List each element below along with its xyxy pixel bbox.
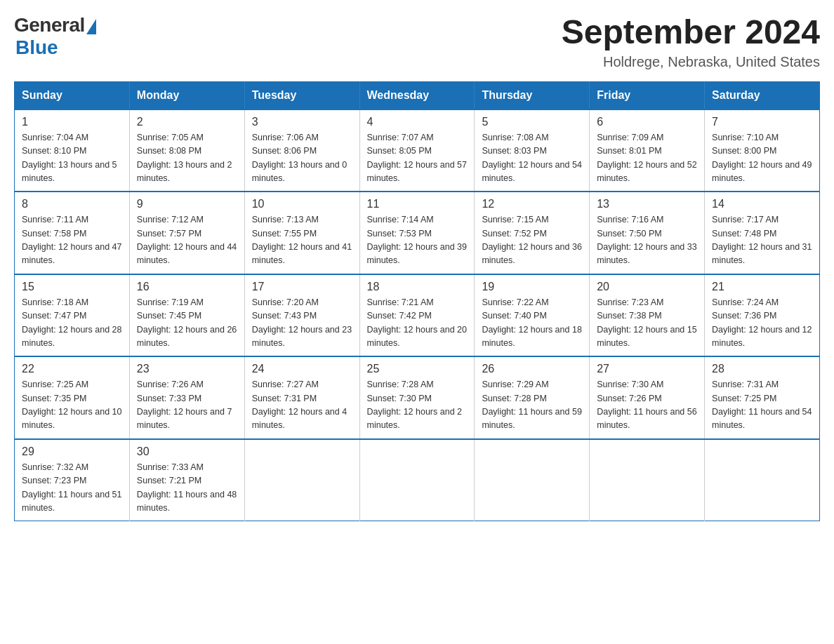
calendar-day-cell: [475, 439, 590, 521]
calendar-day-cell: 11 Sunrise: 7:14 AMSunset: 7:53 PMDaylig…: [359, 192, 475, 274]
calendar-day-cell: 22 Sunrise: 7:25 AMSunset: 7:35 PMDaylig…: [15, 356, 130, 439]
calendar-day-cell: 14 Sunrise: 7:17 AMSunset: 7:48 PMDaylig…: [705, 192, 820, 274]
day-number: 6: [597, 116, 697, 128]
day-number: 27: [597, 363, 697, 375]
title-section: September 2024 Holdrege, Nebraska, Unite…: [562, 14, 820, 70]
day-number: 4: [367, 116, 468, 128]
calendar-day-cell: 23 Sunrise: 7:26 AMSunset: 7:33 PMDaylig…: [129, 356, 244, 439]
day-info: Sunrise: 7:33 AMSunset: 7:21 PMDaylight:…: [137, 461, 237, 516]
calendar-week-row: 8 Sunrise: 7:11 AMSunset: 7:58 PMDayligh…: [15, 192, 820, 274]
day-info: Sunrise: 7:18 AMSunset: 7:47 PMDaylight:…: [22, 296, 122, 351]
calendar-day-cell: 30 Sunrise: 7:33 AMSunset: 7:21 PMDaylig…: [129, 439, 244, 521]
day-number: 25: [367, 363, 468, 375]
calendar-header-monday: Monday: [129, 81, 244, 109]
day-info: Sunrise: 7:12 AMSunset: 7:57 PMDaylight:…: [137, 213, 237, 268]
calendar-day-cell: 19 Sunrise: 7:22 AMSunset: 7:40 PMDaylig…: [475, 274, 590, 357]
calendar-day-cell: 26 Sunrise: 7:29 AMSunset: 7:28 PMDaylig…: [475, 356, 590, 439]
calendar-day-cell: 27 Sunrise: 7:30 AMSunset: 7:26 PMDaylig…: [590, 356, 705, 439]
day-number: 2: [137, 116, 237, 128]
day-info: Sunrise: 7:17 AMSunset: 7:48 PMDaylight:…: [712, 213, 812, 268]
calendar-day-cell: 21 Sunrise: 7:24 AMSunset: 7:36 PMDaylig…: [705, 274, 820, 357]
day-number: 5: [482, 116, 582, 128]
day-number: 17: [252, 281, 352, 293]
calendar-day-cell: 3 Sunrise: 7:06 AMSunset: 8:06 PMDayligh…: [244, 109, 359, 192]
calendar-day-cell: 28 Sunrise: 7:31 AMSunset: 7:25 PMDaylig…: [705, 356, 820, 439]
day-info: Sunrise: 7:15 AMSunset: 7:52 PMDaylight:…: [482, 213, 582, 268]
day-info: Sunrise: 7:19 AMSunset: 7:45 PMDaylight:…: [137, 296, 237, 351]
logo: General Blue: [14, 14, 96, 59]
logo-blue-text: Blue: [15, 36, 58, 59]
day-number: 16: [137, 281, 237, 293]
calendar-day-cell: 18 Sunrise: 7:21 AMSunset: 7:42 PMDaylig…: [359, 274, 475, 357]
day-number: 29: [22, 445, 122, 458]
day-number: 13: [597, 198, 697, 210]
calendar-week-row: 22 Sunrise: 7:25 AMSunset: 7:35 PMDaylig…: [15, 356, 820, 439]
day-info: Sunrise: 7:23 AMSunset: 7:38 PMDaylight:…: [597, 296, 697, 351]
calendar-day-cell: 1 Sunrise: 7:04 AMSunset: 8:10 PMDayligh…: [15, 109, 130, 192]
day-info: Sunrise: 7:27 AMSunset: 7:31 PMDaylight:…: [252, 378, 352, 433]
calendar-table: SundayMondayTuesdayWednesdayThursdayFrid…: [14, 81, 820, 522]
logo-general-text: General: [14, 14, 85, 36]
calendar-day-cell: 7 Sunrise: 7:10 AMSunset: 8:00 PMDayligh…: [705, 109, 820, 192]
day-info: Sunrise: 7:14 AMSunset: 7:53 PMDaylight:…: [367, 213, 468, 268]
day-info: Sunrise: 7:16 AMSunset: 7:50 PMDaylight:…: [597, 213, 697, 268]
day-number: 7: [712, 116, 812, 128]
day-number: 11: [367, 198, 468, 210]
day-number: 9: [137, 198, 237, 210]
day-number: 8: [22, 198, 122, 210]
calendar-day-cell: 24 Sunrise: 7:27 AMSunset: 7:31 PMDaylig…: [244, 356, 359, 439]
calendar-header-saturday: Saturday: [705, 81, 820, 109]
calendar-day-cell: [244, 439, 359, 521]
logo-triangle-icon: [86, 19, 96, 34]
day-number: 1: [22, 116, 122, 128]
calendar-week-row: 29 Sunrise: 7:32 AMSunset: 7:23 PMDaylig…: [15, 439, 820, 521]
calendar-day-cell: 15 Sunrise: 7:18 AMSunset: 7:47 PMDaylig…: [15, 274, 130, 357]
calendar-day-cell: 8 Sunrise: 7:11 AMSunset: 7:58 PMDayligh…: [15, 192, 130, 274]
day-number: 24: [252, 363, 352, 375]
day-info: Sunrise: 7:25 AMSunset: 7:35 PMDaylight:…: [22, 378, 122, 433]
calendar-week-row: 15 Sunrise: 7:18 AMSunset: 7:47 PMDaylig…: [15, 274, 820, 357]
day-info: Sunrise: 7:28 AMSunset: 7:30 PMDaylight:…: [367, 378, 468, 433]
day-number: 3: [252, 116, 352, 128]
calendar-day-cell: 5 Sunrise: 7:08 AMSunset: 8:03 PMDayligh…: [475, 109, 590, 192]
day-info: Sunrise: 7:30 AMSunset: 7:26 PMDaylight:…: [597, 378, 697, 433]
calendar-day-cell: 6 Sunrise: 7:09 AMSunset: 8:01 PMDayligh…: [590, 109, 705, 192]
day-info: Sunrise: 7:05 AMSunset: 8:08 PMDaylight:…: [137, 131, 237, 186]
day-info: Sunrise: 7:08 AMSunset: 8:03 PMDaylight:…: [482, 131, 582, 186]
day-info: Sunrise: 7:32 AMSunset: 7:23 PMDaylight:…: [22, 461, 122, 516]
day-number: 21: [712, 281, 812, 293]
calendar-day-cell: 17 Sunrise: 7:20 AMSunset: 7:43 PMDaylig…: [244, 274, 359, 357]
day-number: 23: [137, 363, 237, 375]
day-number: 26: [482, 363, 582, 375]
location-text: Holdrege, Nebraska, United States: [562, 54, 820, 70]
calendar-header-tuesday: Tuesday: [244, 81, 359, 109]
calendar-day-cell: 13 Sunrise: 7:16 AMSunset: 7:50 PMDaylig…: [590, 192, 705, 274]
calendar-day-cell: 9 Sunrise: 7:12 AMSunset: 7:57 PMDayligh…: [129, 192, 244, 274]
calendar-day-cell: 25 Sunrise: 7:28 AMSunset: 7:30 PMDaylig…: [359, 356, 475, 439]
day-info: Sunrise: 7:20 AMSunset: 7:43 PMDaylight:…: [252, 296, 352, 351]
calendar-day-cell: 2 Sunrise: 7:05 AMSunset: 8:08 PMDayligh…: [129, 109, 244, 192]
day-info: Sunrise: 7:09 AMSunset: 8:01 PMDaylight:…: [597, 131, 697, 186]
day-info: Sunrise: 7:26 AMSunset: 7:33 PMDaylight:…: [137, 378, 237, 433]
day-info: Sunrise: 7:29 AMSunset: 7:28 PMDaylight:…: [482, 378, 582, 433]
day-number: 10: [252, 198, 352, 210]
calendar-header-friday: Friday: [590, 81, 705, 109]
day-number: 28: [712, 363, 812, 375]
day-number: 30: [137, 445, 237, 458]
day-number: 19: [482, 281, 582, 293]
calendar-day-cell: 20 Sunrise: 7:23 AMSunset: 7:38 PMDaylig…: [590, 274, 705, 357]
day-number: 12: [482, 198, 582, 210]
day-info: Sunrise: 7:10 AMSunset: 8:00 PMDaylight:…: [712, 131, 812, 186]
day-info: Sunrise: 7:24 AMSunset: 7:36 PMDaylight:…: [712, 296, 812, 351]
calendar-day-cell: 16 Sunrise: 7:19 AMSunset: 7:45 PMDaylig…: [129, 274, 244, 357]
day-info: Sunrise: 7:13 AMSunset: 7:55 PMDaylight:…: [252, 213, 352, 268]
day-info: Sunrise: 7:06 AMSunset: 8:06 PMDaylight:…: [252, 131, 352, 186]
day-info: Sunrise: 7:22 AMSunset: 7:40 PMDaylight:…: [482, 296, 582, 351]
day-number: 15: [22, 281, 122, 293]
calendar-day-cell: [705, 439, 820, 521]
day-number: 14: [712, 198, 812, 210]
day-info: Sunrise: 7:11 AMSunset: 7:58 PMDaylight:…: [22, 213, 122, 268]
calendar-header-sunday: Sunday: [15, 81, 130, 109]
month-title: September 2024: [562, 14, 820, 51]
day-info: Sunrise: 7:31 AMSunset: 7:25 PMDaylight:…: [712, 378, 812, 433]
